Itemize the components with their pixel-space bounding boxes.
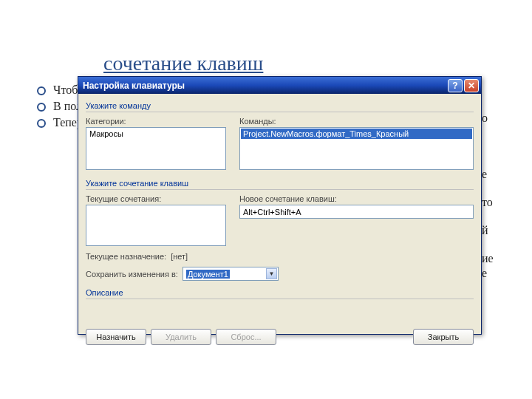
keyboard-customize-dialog: Настройка клавиатуры ? ✕ Укажите команду…	[78, 76, 482, 335]
commands-label: Команды:	[239, 117, 474, 126]
current-assignment-value: [нет]	[171, 252, 188, 261]
current-shortcuts-label: Текущие сочетания:	[86, 194, 226, 203]
description-label: Описание	[86, 288, 474, 299]
close-button[interactable]: ✕	[464, 79, 479, 92]
commands-listbox[interactable]: Project.NewMacros.формат_Times_Красный	[239, 127, 474, 170]
current-assignment-label: Текущее назначение:	[86, 252, 166, 261]
help-button[interactable]: ?	[448, 79, 463, 92]
new-shortcut-label: Новое сочетание клавиш:	[239, 194, 474, 203]
save-in-label: Сохранить изменения в:	[86, 270, 178, 279]
assign-button[interactable]: Назначить	[86, 329, 146, 345]
chevron-down-icon[interactable]: ▼	[266, 268, 277, 279]
slide-title: сочетание клавиш	[103, 52, 495, 75]
new-shortcut-input[interactable]: Alt+Ctrl+Shift+A	[239, 205, 474, 219]
categories-item-macros[interactable]: Макросы	[87, 129, 225, 139]
categories-label: Категории:	[86, 117, 226, 126]
section-specify-shortcut: Укажите сочетание клавиш	[86, 179, 474, 190]
save-in-value: Документ1	[186, 270, 230, 279]
delete-button[interactable]: Удалить	[151, 329, 211, 345]
dialog-titlebar[interactable]: Настройка клавиатуры ? ✕	[78, 77, 481, 94]
save-in-select[interactable]: Документ1 ▼	[183, 267, 279, 281]
categories-listbox[interactable]: Макросы	[86, 127, 226, 170]
commands-item-selected[interactable]: Project.NewMacros.формат_Times_Красный	[241, 129, 472, 139]
right-text-fragments: о е то й ие е	[482, 111, 494, 281]
current-shortcuts-listbox[interactable]	[86, 205, 226, 246]
close-dialog-button[interactable]: Закрыть	[413, 329, 474, 345]
section-specify-command: Укажите команду	[86, 101, 474, 112]
reset-button[interactable]: Сброс...	[216, 329, 276, 345]
dialog-title: Настройка клавиатуры	[83, 81, 446, 91]
